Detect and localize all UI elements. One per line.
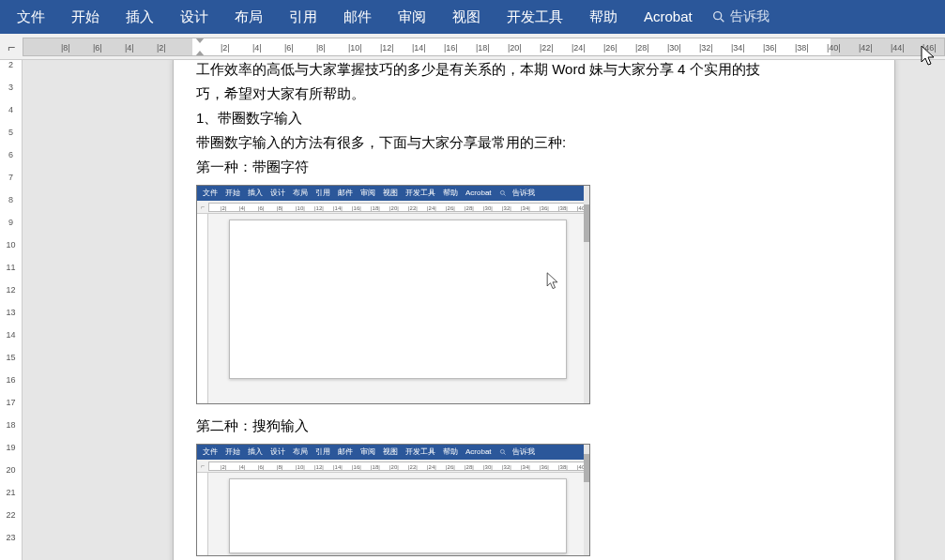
ruler-tick: |42| — [859, 38, 873, 56]
vruler-tick: 2 — [0, 60, 22, 69]
vruler-tick: 6 — [0, 150, 22, 159]
mini-ruler-tick: |16| — [352, 204, 361, 212]
vruler-tick: 16 — [0, 375, 22, 385]
mini-ruler-tick: |20| — [389, 204, 399, 212]
paragraph[interactable]: 1、带圈数字输入 — [196, 106, 872, 130]
mini-ruler-tick: |28| — [465, 204, 474, 212]
mini-ruler-tick: |4| — [239, 204, 245, 212]
ruler-tick: |26| — [603, 38, 617, 56]
vruler-tick: 21 — [0, 488, 22, 497]
first-line-indent-marker[interactable] — [195, 38, 205, 43]
paragraph[interactable]: 第一种：带圈字符 — [196, 155, 872, 179]
horizontal-ruler-area: ⌐ |8||6||4||2||2||4||6||8||10||12||14||1… — [0, 34, 945, 60]
mini-ruler-tick: |24| — [427, 204, 436, 212]
ruler-tick: |6| — [93, 38, 102, 56]
search-icon — [499, 448, 507, 456]
mini-ruler-tick: |6| — [258, 462, 264, 471]
tab-design[interactable]: 设计 — [167, 0, 221, 34]
mini-ruler-tick: |26| — [446, 462, 455, 471]
ruler-tick: |44| — [891, 38, 905, 56]
mini-ruler-tick: |30| — [483, 462, 493, 471]
ruler-corner-icon: ⌐ — [0, 34, 23, 60]
tab-insert[interactable]: 插入 — [113, 0, 167, 34]
paragraph[interactable]: 工作效率的高低与大家掌握技巧的多少是有关系的，本期 Word 妹与大家分享 4 … — [196, 60, 872, 82]
paragraph[interactable]: 巧，希望对大家有所帮助。 — [196, 82, 872, 106]
mini-page-area — [208, 473, 589, 555]
svg-point-2 — [500, 190, 504, 194]
vruler-tick: 17 — [0, 398, 22, 407]
mini-ruler-corner: ⌐ — [197, 201, 208, 214]
tab-acrobat[interactable]: Acrobat — [631, 0, 706, 34]
mini-ruler-tick: |36| — [540, 204, 549, 212]
mini-ruler-tick: |18| — [371, 204, 380, 212]
vruler-tick: 10 — [0, 240, 22, 250]
vruler-tick: 20 — [0, 465, 22, 475]
svg-point-0 — [713, 12, 721, 20]
mini-ruler-tick: |34| — [521, 462, 530, 471]
ruler-tick: |12| — [380, 38, 394, 56]
search-icon — [499, 189, 507, 197]
tab-developer[interactable]: 开发工具 — [494, 0, 576, 34]
tab-view[interactable]: 视图 — [439, 0, 494, 34]
ruler-tick: |20| — [508, 38, 522, 56]
embedded-image[interactable]: 文件开始插入设计布局引用邮件审阅视图开发工具帮助Acrobat告诉我 ⌐ |2|… — [196, 444, 590, 556]
tab-home[interactable]: 开始 — [58, 0, 113, 34]
mini-ruler-tick: |30| — [483, 204, 493, 212]
vruler-tick: 5 — [0, 128, 22, 137]
horizontal-ruler[interactable]: |8||6||4||2||2||4||6||8||10||12||14||16|… — [23, 38, 945, 56]
mini-hruler: |2||4||6||8||10||12||14||16||18||20||22|… — [208, 462, 589, 471]
mini-paper — [229, 219, 567, 379]
mini-vruler — [197, 473, 208, 555]
ruler-tick: |2| — [157, 38, 166, 56]
tab-review[interactable]: 审阅 — [385, 0, 439, 34]
paragraph[interactable]: 带圈数字输入的方法有很多，下面与大家分享最常用的三种: — [196, 130, 872, 155]
mini-ruler-tick: |22| — [408, 462, 418, 471]
mini-ruler-tick: |16| — [352, 462, 361, 471]
vruler-tick: 8 — [0, 195, 22, 204]
svg-line-3 — [504, 194, 506, 196]
vruler-tick: 18 — [0, 420, 22, 430]
mini-ruler-tick: |14| — [333, 204, 343, 212]
mini-ruler-tick: |8| — [277, 204, 282, 212]
ruler-tick: |16| — [444, 38, 458, 56]
mini-ruler-tick: |24| — [427, 462, 436, 471]
ruler-tick: |6| — [284, 38, 294, 56]
svg-line-5 — [504, 453, 506, 455]
mini-ruler-tick: |2| — [221, 462, 226, 471]
left-indent-marker[interactable] — [195, 51, 205, 56]
ruler-tick: |10| — [348, 38, 362, 56]
embedded-image[interactable]: 文件开始插入设计布局引用邮件审阅视图开发工具帮助Acrobat告诉我 ⌐ |2|… — [196, 185, 590, 404]
ruler-tick: |8| — [61, 38, 70, 56]
paragraph[interactable]: 第二种：搜狗输入 — [196, 414, 872, 438]
vruler-tick: 9 — [0, 218, 22, 227]
vruler-tick: 3 — [0, 83, 22, 92]
tab-file[interactable]: 文件 — [4, 0, 58, 34]
mini-ruler-tick: |12| — [314, 462, 324, 471]
mini-ruler-tick: |20| — [389, 462, 399, 471]
mini-ribbon: 文件开始插入设计布局引用邮件审阅视图开发工具帮助Acrobat告诉我 — [197, 445, 589, 460]
document-content[interactable]: 工作效率的高低与大家掌握技巧的多少是有关系的，本期 Word 妹与大家分享 4 … — [174, 60, 894, 556]
ruler-tick: |4| — [252, 38, 262, 56]
mini-ruler-tick: |34| — [521, 204, 530, 212]
tell-me[interactable]: 告诉我 — [706, 8, 775, 25]
mini-ruler-tick: |6| — [258, 204, 264, 212]
ruler-tick: |4| — [125, 38, 134, 56]
vruler-tick: 11 — [0, 263, 22, 272]
document-area[interactable]: 工作效率的高低与大家掌握技巧的多少是有关系的，本期 Word 妹与大家分享 4 … — [23, 60, 945, 560]
svg-point-4 — [500, 449, 504, 453]
tab-mailings[interactable]: 邮件 — [330, 0, 385, 34]
mini-ruler-area: ⌐ |2||4||6||8||10||12||14||16||18||20||2… — [197, 460, 589, 473]
mini-ruler-tick: |10| — [296, 204, 305, 212]
tab-help[interactable]: 帮助 — [576, 0, 631, 34]
mini-paper — [229, 478, 567, 553]
tab-references[interactable]: 引用 — [276, 0, 330, 34]
vertical-ruler[interactable]: 234567891011121314151617181920212223 — [0, 60, 23, 560]
ruler-tick: |32| — [699, 38, 713, 56]
cursor-icon — [921, 45, 936, 68]
tab-layout[interactable]: 布局 — [221, 0, 276, 34]
mini-page-area — [208, 214, 589, 403]
ruler-tick: |34| — [731, 38, 745, 56]
ruler-tick: |22| — [540, 38, 554, 56]
vruler-tick: 12 — [0, 285, 22, 295]
ruler-tick: |24| — [572, 38, 586, 56]
